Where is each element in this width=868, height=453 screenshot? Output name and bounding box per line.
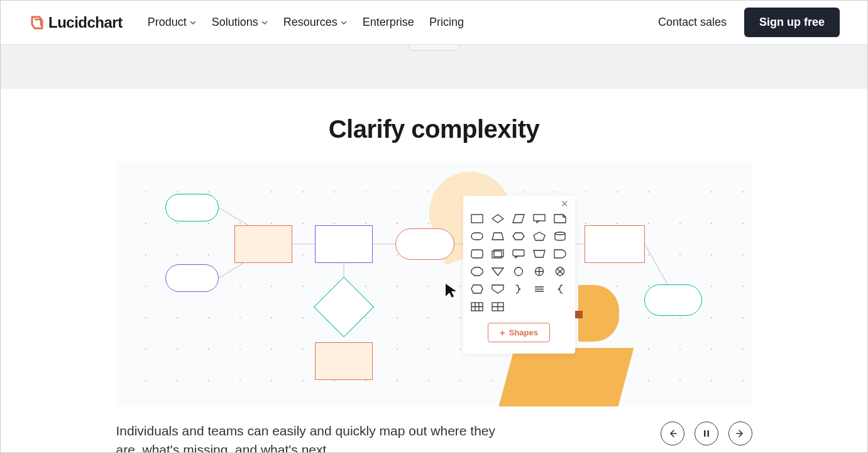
shape-callout-icon[interactable] bbox=[533, 213, 546, 223]
shape-hexcut-icon[interactable] bbox=[471, 284, 483, 294]
carousel-controls: 1 of 3 bbox=[661, 422, 752, 453]
svg-rect-11 bbox=[471, 233, 483, 240]
svg-rect-19 bbox=[513, 250, 524, 256]
flowchart-process[interactable] bbox=[234, 225, 292, 263]
carousel-next-button[interactable] bbox=[728, 422, 752, 445]
flowchart-process[interactable] bbox=[315, 225, 373, 263]
nav-pricing[interactable]: Pricing bbox=[429, 16, 464, 29]
logo-text: Lucidchart bbox=[48, 14, 123, 31]
shape-cylinder-icon[interactable] bbox=[554, 231, 566, 241]
primary-nav: Product Solutions Resources Enterprise P… bbox=[148, 16, 464, 29]
shapes-panel: ✕ bbox=[463, 196, 575, 354]
svg-point-15 bbox=[555, 232, 565, 235]
svg-marker-22 bbox=[492, 268, 503, 276]
logo-icon bbox=[28, 14, 45, 31]
shape-circle-icon[interactable] bbox=[512, 266, 525, 276]
section-title: Clarify complexity bbox=[1, 115, 867, 143]
shape-parallelogram-icon[interactable] bbox=[512, 213, 525, 223]
carousel-pause-button[interactable] bbox=[695, 422, 718, 445]
cursor-icon bbox=[444, 282, 458, 301]
svg-marker-30 bbox=[471, 285, 483, 293]
flowchart-process[interactable] bbox=[585, 225, 645, 263]
shape-hexagon-icon[interactable] bbox=[512, 231, 525, 241]
shapes-button[interactable]: + Shapes bbox=[488, 323, 550, 342]
flowchart-decision[interactable] bbox=[313, 277, 373, 337]
gray-section bbox=[1, 45, 867, 89]
chevron-down-icon bbox=[261, 19, 268, 26]
shape-table2-icon[interactable] bbox=[492, 301, 504, 311]
nav-solutions[interactable]: Solutions bbox=[212, 16, 268, 29]
shape-diamond-icon[interactable] bbox=[492, 213, 504, 223]
svg-rect-10 bbox=[534, 215, 545, 221]
shape-octagon-icon[interactable] bbox=[471, 266, 483, 276]
carousel-prev-button[interactable] bbox=[661, 422, 684, 445]
arrow-right-icon bbox=[735, 428, 745, 439]
shape-trapezoid-icon[interactable] bbox=[492, 231, 504, 241]
svg-marker-21 bbox=[471, 267, 483, 276]
nav-resources[interactable]: Resources bbox=[283, 16, 348, 29]
close-icon[interactable]: ✕ bbox=[561, 198, 569, 210]
pause-icon bbox=[702, 429, 711, 438]
shape-brace-right-icon[interactable] bbox=[512, 284, 525, 294]
diagram-canvas: ✕ bbox=[116, 162, 752, 406]
svg-marker-9 bbox=[513, 215, 524, 223]
section-caption: Individuals and teams can easily and qui… bbox=[116, 422, 519, 453]
nav-product[interactable]: Product bbox=[148, 16, 197, 29]
svg-point-23 bbox=[514, 267, 522, 276]
svg-marker-8 bbox=[492, 215, 503, 223]
logo[interactable]: Lucidchart bbox=[28, 14, 123, 31]
svg-rect-16 bbox=[471, 250, 483, 258]
shape-grid bbox=[471, 213, 568, 311]
shape-d-icon[interactable] bbox=[554, 249, 566, 259]
main-header: Lucidchart Product Solutions Resources E… bbox=[1, 1, 867, 45]
shape-summation-icon[interactable] bbox=[533, 284, 546, 294]
decorative-blob bbox=[497, 348, 634, 406]
svg-marker-14 bbox=[534, 232, 545, 240]
bottom-row: Individuals and teams can easily and qui… bbox=[116, 422, 752, 453]
shape-pentagon-icon[interactable] bbox=[533, 231, 546, 241]
plus-icon: + bbox=[500, 327, 505, 338]
shape-rounded-rect-icon[interactable] bbox=[471, 249, 483, 259]
flowchart-terminator[interactable] bbox=[395, 228, 454, 260]
shape-shield-icon[interactable] bbox=[492, 284, 504, 294]
shape-triangle-down-icon[interactable] bbox=[492, 266, 504, 276]
svg-marker-13 bbox=[513, 233, 524, 240]
svg-rect-7 bbox=[471, 215, 483, 223]
signup-button[interactable]: Sign up free bbox=[744, 8, 840, 37]
shape-speech-icon[interactable] bbox=[512, 249, 525, 259]
flowchart-terminator[interactable] bbox=[644, 284, 702, 316]
flowchart-terminator[interactable] bbox=[165, 264, 219, 292]
shape-stack-icon[interactable] bbox=[492, 249, 504, 259]
contact-sales-link[interactable]: Contact sales bbox=[658, 16, 727, 29]
shape-trapezoid2-icon[interactable] bbox=[533, 249, 546, 259]
svg-marker-20 bbox=[534, 250, 545, 257]
arrow-left-icon bbox=[667, 428, 678, 439]
shape-brace-left-icon[interactable] bbox=[554, 284, 566, 294]
flowchart-terminator[interactable] bbox=[165, 194, 219, 221]
shape-circle-plus-icon[interactable] bbox=[533, 266, 546, 276]
svg-marker-12 bbox=[492, 233, 503, 240]
chevron-down-icon bbox=[340, 19, 348, 26]
header-right: Contact sales Sign up free bbox=[658, 8, 840, 37]
svg-rect-42 bbox=[707, 430, 709, 437]
nav-enterprise[interactable]: Enterprise bbox=[363, 16, 414, 29]
flowchart-process[interactable] bbox=[315, 342, 373, 380]
chevron-down-icon bbox=[189, 19, 197, 26]
shape-pill-icon[interactable] bbox=[471, 231, 483, 241]
shape-table3-icon[interactable] bbox=[471, 301, 483, 311]
shape-circle-x-icon[interactable] bbox=[554, 266, 566, 276]
main-content: Clarify complexity ✕ bbox=[1, 89, 867, 453]
svg-rect-41 bbox=[704, 430, 706, 437]
shape-note-icon[interactable] bbox=[554, 213, 566, 223]
shape-rectangle-icon[interactable] bbox=[471, 213, 483, 223]
